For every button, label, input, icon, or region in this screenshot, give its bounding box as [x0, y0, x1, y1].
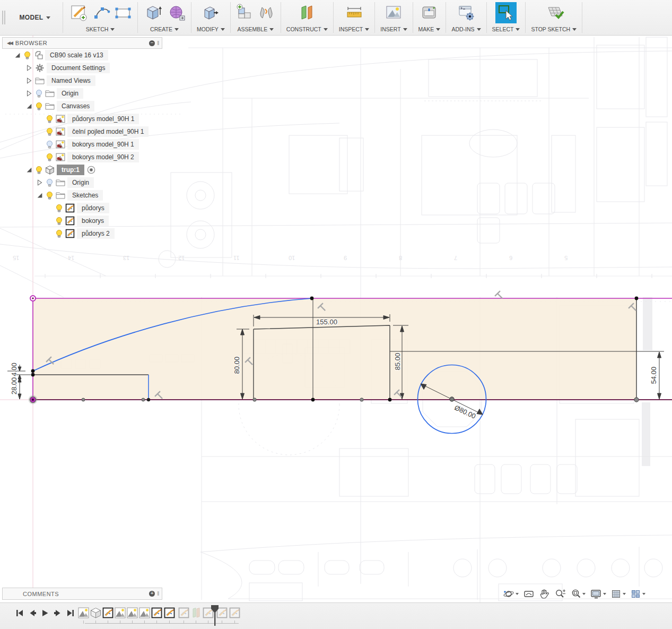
timeline-playhead[interactable]: [211, 605, 219, 626]
expander-open-icon[interactable]: [36, 192, 43, 199]
timeline-feature-canvas[interactable]: [139, 607, 150, 618]
comments-bar[interactable]: COMMENTS + ‖: [2, 588, 162, 600]
assemble-menu[interactable]: ASSEMBLE: [238, 26, 274, 34]
addins-menu[interactable]: ADD-INS: [451, 26, 481, 34]
node-label[interactable]: Sketches: [67, 190, 103, 201]
browser-header[interactable]: ◀◀ BROWSER − ‖: [2, 37, 162, 49]
lightbulb-on-icon[interactable]: [55, 217, 63, 226]
expander-closed-icon[interactable]: [25, 77, 33, 84]
select-tool-button[interactable]: [495, 2, 517, 23]
dimension-label-step[interactable]: 4.00: [10, 363, 18, 376]
lightbulb-on-icon[interactable]: [55, 204, 63, 213]
viewports-button[interactable]: [629, 588, 647, 600]
browser-node-canvas3[interactable]: bokorys model_90H 1: [2, 138, 162, 151]
dimension-label-left[interactable]: 80.00: [233, 357, 241, 374]
lightbulb-off-icon[interactable]: [46, 178, 54, 187]
timeline-feature-canvas[interactable]: [115, 607, 126, 618]
node-label-selected[interactable]: trup:1: [57, 165, 84, 175]
browser-node-namedviews[interactable]: Named Views: [2, 74, 162, 87]
expander-open-icon[interactable]: [14, 51, 21, 59]
timeline-feature-sketch[interactable]: [151, 607, 162, 618]
sketch-profile-region[interactable]: [33, 298, 636, 400]
timeline-feature-sketch-suppressed[interactable]: [229, 607, 240, 618]
node-label[interactable]: bokorys: [77, 216, 109, 226]
play-button[interactable]: [40, 608, 50, 618]
timeline-feature-canvas[interactable]: [78, 607, 89, 618]
browser-node-sketch2[interactable]: bokorys: [2, 214, 162, 227]
timeline-feature-sketch[interactable]: [164, 607, 175, 618]
dimension-label-bow[interactable]: 28.00: [10, 377, 18, 395]
orbit-button[interactable]: [501, 588, 520, 600]
stop-sketch-button[interactable]: [543, 2, 564, 23]
browser-node-canvas1[interactable]: půdorys model_90H 1: [2, 113, 162, 125]
node-label[interactable]: čelní pojled model_90H 1: [67, 126, 149, 137]
create-form-button[interactable]: [168, 2, 186, 23]
timeline-feature-sketch-suppressed[interactable]: [178, 607, 189, 618]
press-pull-button[interactable]: [200, 2, 221, 23]
toolbar-grip[interactable]: [0, 0, 7, 35]
stop-sketch-menu[interactable]: STOP SKETCH: [531, 26, 577, 34]
lightbulb-on-icon[interactable]: [35, 166, 43, 175]
lightbulb-on-icon[interactable]: [46, 191, 54, 200]
node-label[interactable]: Canvases: [57, 101, 94, 111]
fit-button[interactable]: [569, 588, 587, 600]
addins-button[interactable]: [456, 2, 477, 23]
joint-button[interactable]: [257, 2, 275, 23]
timeline-feature-canvas[interactable]: [127, 607, 138, 618]
expander-closed-icon[interactable]: [36, 179, 43, 186]
zoom-button[interactable]: [553, 588, 568, 600]
node-label[interactable]: bokorys model_90H 1: [67, 139, 139, 150]
display-settings-button[interactable]: [589, 588, 608, 600]
browser-node-origin[interactable]: Origin: [2, 87, 162, 100]
node-label[interactable]: Origin: [67, 177, 94, 188]
spline-tool-button[interactable]: [93, 2, 111, 23]
dimension-label-width[interactable]: 155.00: [316, 318, 337, 326]
browser-node-canvas4[interactable]: bokorys model_90H 2: [2, 151, 162, 163]
browser-node-canvases[interactable]: Canvases: [2, 100, 162, 113]
step-back-button[interactable]: [28, 608, 37, 618]
add-comment-icon[interactable]: +: [149, 591, 155, 597]
browser-node-trup[interactable]: trup:1: [2, 163, 162, 176]
new-component-button[interactable]: [236, 2, 254, 23]
lightbulb-on-icon[interactable]: [46, 115, 54, 124]
look-at-button[interactable]: [522, 588, 536, 600]
step-forward-button[interactable]: [53, 608, 63, 618]
extrude-button[interactable]: [143, 2, 164, 23]
make-3dprint-button[interactable]: [418, 2, 440, 23]
lightbulb-on-icon[interactable]: [23, 51, 31, 60]
expander-closed-icon[interactable]: [25, 90, 33, 97]
insert-image-button[interactable]: [383, 2, 404, 23]
activate-component-icon[interactable]: [86, 165, 96, 175]
timeline-feature-sketch[interactable]: [102, 607, 114, 618]
create-sketch-button[interactable]: [68, 2, 90, 23]
lightbulb-off-icon[interactable]: [35, 89, 43, 98]
grid-display-button[interactable]: [609, 588, 627, 600]
rectangle-tool-button[interactable]: [114, 2, 132, 23]
browser-node-trup-origin[interactable]: Origin: [2, 176, 162, 189]
browser-node-canvas2[interactable]: čelní pojled model_90H 1: [2, 125, 162, 138]
pan-button[interactable]: [537, 588, 551, 600]
make-menu[interactable]: MAKE: [418, 26, 441, 34]
node-label[interactable]: půdorys 2: [77, 228, 115, 239]
timeline-feature-plane-suppressed[interactable]: [190, 607, 202, 618]
timeline-feature-component[interactable]: [90, 607, 101, 618]
panel-grip-icon[interactable]: ‖: [157, 40, 160, 46]
lightbulb-on-icon[interactable]: [35, 102, 43, 111]
lightbulb-on-icon[interactable]: [46, 153, 54, 162]
browser-node-sketch1[interactable]: půdorys: [2, 202, 162, 214]
select-menu[interactable]: SELECT: [492, 26, 520, 34]
node-label[interactable]: Named Views: [47, 75, 95, 86]
go-to-end-button[interactable]: [66, 608, 75, 618]
construct-plane-button[interactable]: [296, 2, 318, 23]
browser-node-sketch3[interactable]: půdorys 2: [2, 227, 162, 240]
browser-node-docsettings[interactable]: Document Settings: [2, 62, 162, 74]
remove-panel-icon[interactable]: −: [149, 40, 155, 46]
insert-menu[interactable]: INSERT: [380, 26, 407, 34]
node-label[interactable]: Origin: [57, 88, 83, 99]
node-label[interactable]: půdorys model_90H 1: [67, 114, 139, 124]
dimension-label-right[interactable]: 85.00: [394, 353, 402, 370]
node-label[interactable]: Document Settings: [47, 63, 110, 73]
construct-menu[interactable]: CONSTRUCT: [286, 26, 328, 34]
expander-closed-icon[interactable]: [25, 64, 33, 72]
dimension-label-aft[interactable]: 54.00: [650, 367, 658, 384]
